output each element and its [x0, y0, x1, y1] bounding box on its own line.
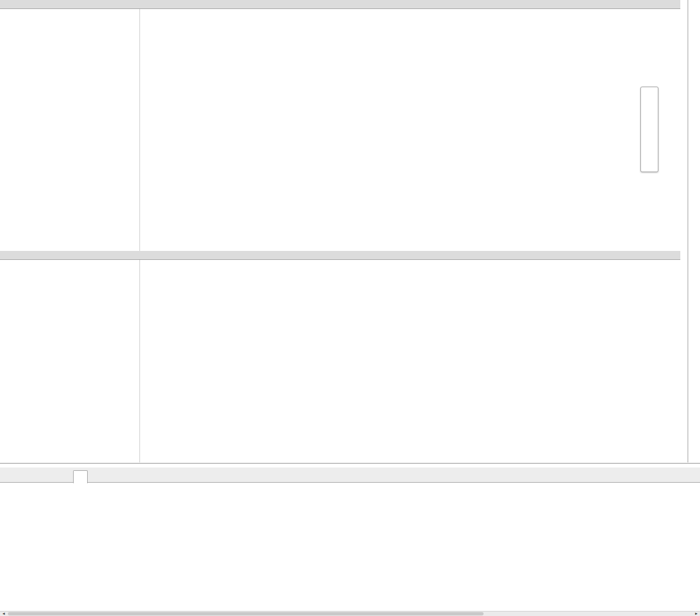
scroll-left-button[interactable]: ◄ [0, 611, 7, 616]
scroll-right-button[interactable]: ► [693, 611, 700, 616]
trace-tool-palette [640, 87, 658, 172]
side-tab-strip [688, 0, 700, 462]
details-panel [0, 463, 700, 611]
gpu-pane-header [0, 0, 680, 9]
trace-viewer: ▼ ◄ ► [0, 0, 700, 616]
trace-events-layer [0, 0, 680, 462]
cpu-pane-header [0, 251, 680, 260]
tab-slice[interactable] [73, 470, 88, 483]
timeline-area: ▼ [0, 0, 680, 462]
horizontal-scrollbar[interactable]: ◄ ► [0, 611, 700, 616]
details-tab-bar [0, 467, 700, 483]
hscroll-thumb[interactable] [8, 612, 484, 615]
